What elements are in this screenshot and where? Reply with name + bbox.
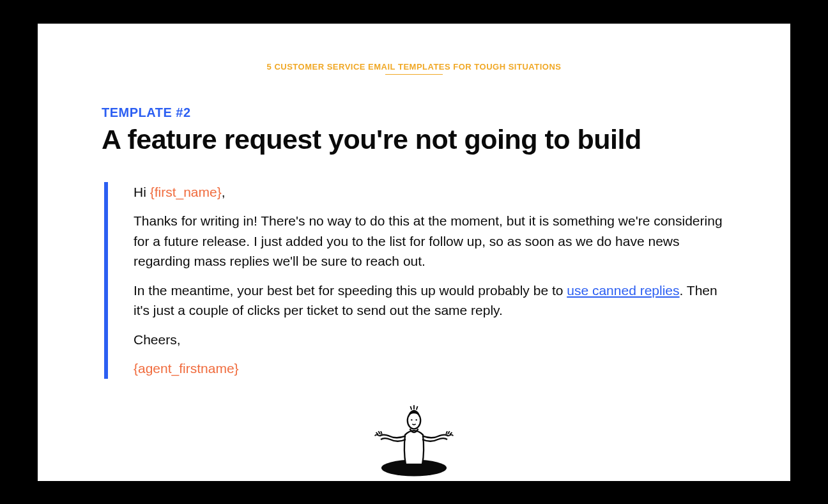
greeting-line: Hi {first_name}, [134, 182, 726, 202]
paragraph-1: Thanks for writing in! There's no way to… [134, 211, 726, 271]
page-title: A feature request you're not going to bu… [102, 124, 726, 155]
agent-name-line: {agent_firstname} [134, 358, 726, 379]
agent-placeholder: {agent_firstname} [134, 361, 239, 376]
shrug-person-icon [353, 398, 475, 481]
p2-prefix: In the meantime, your best bet for speed… [134, 283, 567, 298]
header-label: 5 CUSTOMER SERVICE EMAIL TEMPLATES FOR T… [102, 62, 726, 72]
header-underline [385, 74, 443, 75]
svg-point-3 [416, 419, 417, 420]
document-page: 5 CUSTOMER SERVICE EMAIL TEMPLATES FOR T… [38, 24, 790, 481]
email-template-block: Hi {first_name}, Thanks for writing in! … [104, 182, 726, 379]
signoff-line: Cheers, [134, 330, 726, 350]
canned-replies-link[interactable]: use canned replies [567, 283, 679, 298]
shrug-illustration [102, 398, 726, 481]
greeting-suffix: , [222, 185, 226, 199]
svg-point-2 [411, 419, 412, 420]
greeting-prefix: Hi [134, 185, 150, 199]
svg-point-1 [408, 412, 420, 429]
template-number-label: TEMPLATE #2 [102, 105, 726, 120]
firstname-placeholder: {first_name} [150, 185, 222, 199]
paragraph-2: In the meantime, your best bet for speed… [134, 280, 726, 321]
